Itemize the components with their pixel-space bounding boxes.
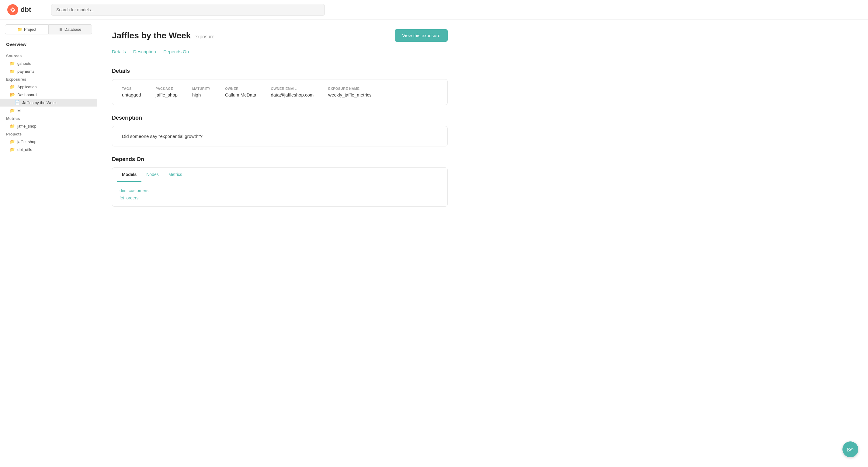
details-section-title: Details: [112, 68, 448, 74]
sidebar: 📁 Project ⊞ Database Overview Sources 📁 …: [0, 20, 97, 467]
sidebar-item-jaffles-by-the-week[interactable]: 📄 Jaffles by the Week: [0, 99, 97, 107]
top-header: dbt: [0, 0, 868, 20]
description-section: Description Did someone say "exponential…: [112, 115, 448, 146]
detail-owner: OWNER Callum McData: [225, 87, 256, 97]
description-card: Did someone say "exponential growth"?: [112, 126, 448, 146]
description-section-title: Description: [112, 115, 448, 121]
sidebar-item-metrics-jaffle-shop[interactable]: 📁 jaffle_shop: [0, 122, 97, 130]
detail-label-maturity: MATURITY: [192, 87, 211, 90]
sidebar-tab-database[interactable]: ⊞ Database: [49, 24, 92, 34]
sidebar-section-sources: Sources: [0, 52, 97, 59]
lineage-icon: [847, 446, 854, 453]
detail-exposure-name: EXPOSURE NAME weekly_jaffle_metrics: [328, 87, 371, 97]
dbt-logo-icon: [7, 4, 18, 15]
detail-value-package: jaffle_shop: [156, 92, 178, 97]
detail-package: PACKAGE jaffle_shop: [156, 87, 178, 97]
main-content: Jaffles by the Week exposure View this e…: [97, 20, 868, 467]
app-layout: 📁 Project ⊞ Database Overview Sources 📁 …: [0, 20, 868, 467]
sidebar-overview[interactable]: Overview: [0, 39, 97, 52]
folder-icon-application: 📁: [10, 84, 15, 89]
detail-value-owner: Callum McData: [225, 92, 256, 97]
depends-on-card: Models Nodes Metrics dim_customers fct_o…: [112, 168, 448, 207]
sidebar-tab-project[interactable]: 📁 Project: [5, 24, 49, 34]
section-tabs: Details Description Depends On: [112, 49, 448, 58]
logo-text: dbt: [21, 6, 31, 14]
search-bar[interactable]: [51, 4, 325, 16]
details-section: Details TAGS untagged PACKAGE jaffle_sho…: [112, 68, 448, 105]
svg-rect-2: [847, 450, 849, 451]
detail-label-owner-email: OWNER EMAIL: [271, 87, 314, 90]
sidebar-item-payments[interactable]: 📁 payments: [0, 67, 97, 75]
description-text: Did someone say "exponential growth"?: [122, 134, 438, 139]
detail-tags: TAGS untagged: [122, 87, 141, 97]
folder-icon-project-jaffle: 📁: [10, 139, 15, 144]
page-title-area: Jaffles by the Week exposure: [112, 31, 214, 40]
folder-icon-metrics-jaffle: 📁: [10, 124, 15, 128]
page-type-badge: exposure: [194, 34, 214, 39]
depends-tab-metrics[interactable]: Metrics: [164, 168, 187, 182]
sidebar-nav-tabs: 📁 Project ⊞ Database: [5, 24, 92, 34]
search-input[interactable]: [51, 4, 325, 16]
folder-icon-ml: 📁: [10, 108, 15, 113]
depends-link-dim-customers[interactable]: dim_customers: [120, 187, 440, 194]
depends-link-fct-orders[interactable]: fct_orders: [120, 194, 440, 202]
folder-icon-payments: 📁: [10, 69, 15, 74]
detail-label-owner: OWNER: [225, 87, 256, 90]
tab-details[interactable]: Details: [112, 49, 126, 58]
page-header: Jaffles by the Week exposure View this e…: [112, 29, 448, 42]
details-card: TAGS untagged PACKAGE jaffle_shop MATURI…: [112, 79, 448, 105]
database-tab-icon: ⊞: [59, 27, 63, 32]
detail-owner-email: OWNER EMAIL data@jaffleshop.com: [271, 87, 314, 97]
depends-on-section-title: Depends On: [112, 156, 448, 163]
file-icon-jaffles: 📄: [14, 100, 20, 105]
sidebar-item-application[interactable]: 📁 Application: [0, 83, 97, 91]
depends-tab-models[interactable]: Models: [117, 168, 142, 182]
detail-value-maturity: high: [192, 92, 211, 97]
svg-rect-1: [847, 448, 849, 449]
folder-icon-project-dbt-utils: 📁: [10, 147, 15, 152]
depends-on-content: dim_customers fct_orders: [112, 182, 447, 206]
detail-value-exposure-name: weekly_jaffle_metrics: [328, 92, 371, 97]
detail-label-package: PACKAGE: [156, 87, 178, 90]
detail-value-owner-email: data@jaffleshop.com: [271, 92, 314, 97]
folder-tab-icon: 📁: [17, 27, 22, 32]
sidebar-item-dashboard[interactable]: 📂 Dashboard: [0, 91, 97, 99]
folder-open-icon-dashboard: 📂: [10, 92, 15, 97]
sidebar-item-gsheets[interactable]: 📁 gsheets: [0, 59, 97, 67]
sidebar-section-projects: Projects: [0, 130, 97, 138]
tab-description[interactable]: Description: [133, 49, 156, 58]
sidebar-section-exposures: Exposures: [0, 75, 97, 83]
svg-rect-3: [851, 449, 853, 450]
sidebar-item-project-dbt-utils[interactable]: 📁 dbt_utils: [0, 146, 97, 153]
view-exposure-button[interactable]: View this exposure: [395, 29, 448, 42]
lineage-float-button[interactable]: [842, 441, 858, 457]
sidebar-item-ml[interactable]: 📁 ML: [0, 107, 97, 114]
sidebar-item-project-jaffle-shop[interactable]: 📁 jaffle_shop: [0, 138, 97, 146]
depends-tab-nodes[interactable]: Nodes: [142, 168, 163, 182]
depends-on-tabs: Models Nodes Metrics: [112, 168, 447, 182]
detail-maturity: MATURITY high: [192, 87, 211, 97]
tab-depends-on[interactable]: Depends On: [163, 49, 189, 58]
depends-on-section: Depends On Models Nodes Metrics dim_cust…: [112, 156, 448, 207]
page-title: Jaffles by the Week: [112, 31, 191, 40]
folder-icon-gsheets: 📁: [10, 61, 15, 66]
detail-label-tags: TAGS: [122, 87, 141, 90]
detail-value-tags: untagged: [122, 92, 141, 97]
sidebar-section-metrics: Metrics: [0, 114, 97, 122]
detail-label-exposure-name: EXPOSURE NAME: [328, 87, 371, 90]
logo-area: dbt: [7, 4, 44, 15]
main-inner: Jaffles by the Week exposure View this e…: [97, 20, 462, 226]
